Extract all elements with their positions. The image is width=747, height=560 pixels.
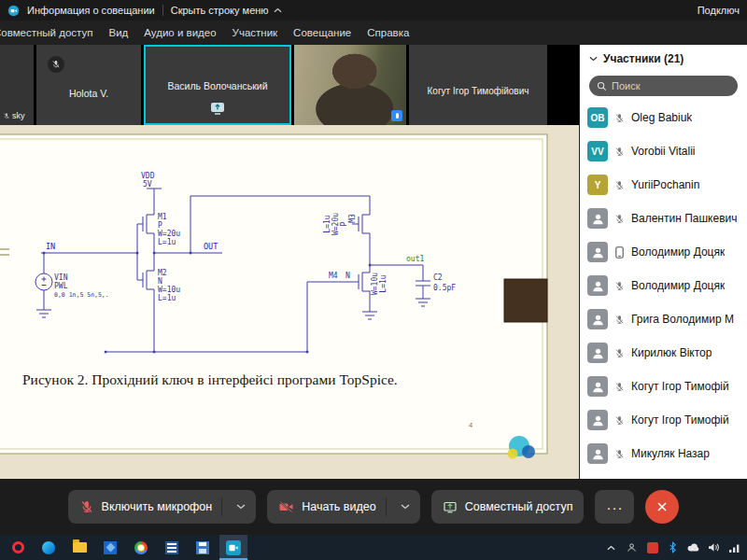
participant-row[interactable]: Когут Ігор Тимофій	[580, 370, 747, 403]
video-tile-holota[interactable]: Holota V.	[36, 45, 141, 125]
video-options-chevron-icon[interactable]	[394, 504, 416, 510]
camera-off-icon	[278, 499, 294, 514]
video-tile-selected[interactable]: Василь Волочанський	[144, 45, 291, 125]
meeting-app-icon	[7, 5, 20, 17]
video-tile-camera-feed[interactable]	[294, 45, 406, 125]
chevron-up-icon	[274, 7, 282, 13]
more-options-button[interactable]: ···	[595, 490, 634, 524]
avatar-person-icon	[587, 343, 608, 363]
avatar-person-icon	[587, 410, 608, 430]
controls-bar: Включить микрофон Начать видео Совместны…	[0, 479, 747, 535]
tray-hidden-icons-chevron-icon[interactable]	[602, 535, 620, 560]
svg-text:0,0 1n,5 5n,5,.: 0,0 1n,5 5n,5,.	[54, 291, 109, 299]
taskbar-meeting-app-icon[interactable]	[219, 535, 247, 560]
participants-list: OB Oleg Babiuk VV Vorobii Vitalii Y Yuri…	[580, 101, 747, 479]
participant-name: Vorobii Vitalii	[631, 145, 695, 158]
avatar-person-icon	[587, 275, 608, 296]
participants-search	[580, 73, 747, 101]
menu-item-share[interactable]: Совместный доступ	[0, 27, 92, 38]
taskbar-opera-icon[interactable]	[4, 535, 32, 560]
participant-row[interactable]: VV Vorobii Vitalii	[580, 134, 747, 168]
svg-text:VIN: VIN	[54, 273, 68, 282]
taskbar-edge-icon[interactable]	[35, 535, 63, 560]
slide-page-number: 4	[469, 421, 472, 429]
svg-text:0.5pF: 0.5pF	[433, 284, 456, 292]
mic-muted-icon	[613, 415, 626, 426]
mic-muted-icon	[613, 315, 626, 325]
app-window: Информация о совещании Скрыть строку мен…	[0, 0, 747, 560]
mic-off-icon	[79, 499, 94, 514]
join-audio-button[interactable]: Подключ	[698, 5, 740, 16]
taskbar	[0, 535, 747, 560]
video-tile-kohut[interactable]: Когут Ігор Тимофійович	[409, 45, 547, 125]
tray-bluetooth-icon[interactable]	[664, 535, 682, 560]
participant-name: Кирилюк Віктор	[631, 346, 712, 359]
svg-text:W=20u: W=20u	[331, 213, 340, 235]
mic-muted-icon	[613, 449, 626, 459]
share-screen-button[interactable]: Совместный доступ	[431, 490, 585, 524]
svg-text:M4: M4	[329, 272, 338, 280]
taskbar-word-icon[interactable]	[158, 535, 186, 560]
phone-icon	[613, 246, 626, 259]
participants-title: Участники (21)	[603, 52, 684, 65]
shared-screen: VDD 5V M1 P W=20u L=1u M2 N W=10u L=1u I…	[0, 125, 579, 479]
video-tile-partial[interactable]: sky	[0, 45, 34, 125]
menu-bar: Совместный доступ Вид Аудио и видео Учас…	[0, 21, 747, 45]
participant-name: Когут Ігор Тимофій	[631, 380, 729, 393]
mic-muted-icon	[613, 382, 626, 392]
tray-network-icon[interactable]	[726, 535, 743, 560]
participant-row[interactable]: Когут Ігор Тимофій	[580, 403, 747, 437]
participant-row[interactable]: Володимир Доцяк	[580, 269, 747, 302]
taskbar-photos-icon[interactable]	[96, 535, 124, 560]
menu-item-audio-video[interactable]: Аудио и видео	[144, 27, 216, 38]
participant-row[interactable]: OB Oleg Babiuk	[580, 101, 747, 134]
svg-text:C2: C2	[433, 273, 443, 282]
participant-name-label: Василь Волочанський	[146, 80, 289, 91]
mic-options-chevron-icon[interactable]	[230, 504, 252, 510]
menu-item-help[interactable]: Справка	[367, 27, 409, 38]
svg-text:L=1u: L=1u	[158, 238, 176, 246]
participant-row[interactable]: Валентин Пашкевич	[580, 202, 747, 235]
close-icon	[655, 500, 669, 513]
participant-row[interactable]: Грига Володимир М	[580, 302, 747, 336]
avatar: OB	[587, 107, 608, 128]
tray-speaker-icon[interactable]	[705, 535, 723, 560]
participant-row[interactable]: Y YuriiPochanin	[580, 168, 747, 202]
divider	[162, 5, 163, 16]
tray-app-red-icon[interactable]	[643, 535, 661, 560]
taskbar-chrome-icon[interactable]	[127, 535, 155, 560]
hide-menu-button[interactable]: Скрыть строку меню	[171, 5, 282, 16]
share-screen-label: Совместный доступ	[465, 500, 573, 513]
search-input[interactable]	[612, 80, 730, 91]
tray-cloud-icon[interactable]	[684, 535, 702, 560]
share-screen-icon	[443, 499, 458, 514]
menu-item-participant[interactable]: Участник	[233, 27, 278, 38]
mic-muted-icon	[613, 214, 626, 224]
start-video-button[interactable]: Начать видео	[267, 490, 419, 524]
meeting-info-bar: Информация о совещании Скрыть строку мен…	[0, 0, 747, 21]
svg-text:W=10u: W=10u	[158, 286, 180, 294]
avatar-person-icon	[587, 376, 608, 397]
menu-item-meeting[interactable]: Совещание	[293, 27, 351, 38]
svg-text:L=1u: L=1u	[158, 294, 176, 302]
participants-header[interactable]: Участники (21)	[580, 45, 747, 73]
unmute-button[interactable]: Включить микрофон	[68, 490, 257, 524]
participant-row[interactable]: Микуляк Назар	[580, 437, 747, 470]
svg-text:W=10u: W=10u	[371, 273, 379, 295]
participant-name: Володимир Доцяк	[631, 279, 725, 292]
meeting-info-button[interactable]: Информация о совещании	[27, 5, 155, 16]
participant-name: Грига Володимир М	[631, 313, 734, 326]
participant-name-label: Когут Ігор Тимофійович	[409, 86, 547, 96]
svg-text:VDD: VDD	[141, 172, 155, 180]
slide-caption: Рисунок 2. Прохідний ключ в інтерфейсі п…	[22, 371, 398, 387]
menu-item-view[interactable]: Вид	[108, 27, 128, 38]
svg-text:N: N	[158, 277, 162, 286]
taskbar-save-app-icon[interactable]	[189, 535, 217, 560]
mic-muted-icon	[613, 147, 626, 157]
slide-side-tab	[504, 279, 547, 322]
taskbar-file-explorer-icon[interactable]	[65, 535, 93, 560]
participant-row[interactable]: Володимир Доцяк	[580, 235, 747, 269]
leave-meeting-button[interactable]	[645, 490, 679, 524]
tray-person-icon[interactable]	[623, 535, 641, 560]
participant-row[interactable]: Кирилюк Віктор	[580, 336, 747, 370]
